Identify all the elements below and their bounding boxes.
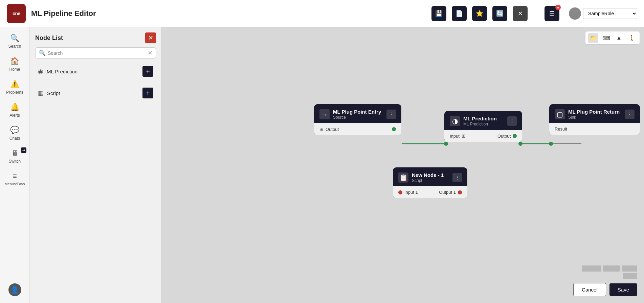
menu-notification-button[interactable]: ☰ ★ [545, 6, 559, 21]
svg-point-4 [549, 142, 553, 146]
home-icon: 🏠 [10, 57, 19, 66]
warning-icon: ⚠️ [10, 80, 19, 89]
node-list-item-ml-prediction: ◉ ML Prediction + [35, 63, 156, 80]
notification-badge: ★ [555, 5, 561, 10]
node-entry[interactable]: → ML Plug Point Entry Source ⋮ ⊞ Output [314, 104, 401, 135]
ml-pred-node-menu-button[interactable]: ⋮ [507, 116, 517, 126]
canvas-folder-button[interactable]: 📁 [588, 33, 598, 43]
export-toolbar-button[interactable]: 📄 [452, 6, 467, 21]
sidebar-item-profile[interactable]: 👤 [1, 280, 28, 300]
add-script-button[interactable]: + [142, 88, 153, 98]
entry-output-dot[interactable] [392, 127, 396, 131]
action-bar: Cancel Save [573, 283, 637, 296]
close-panel-button[interactable]: ✕ [145, 32, 156, 43]
profile-avatar: 👤 [8, 283, 21, 296]
return-node-subtitle: Sink [568, 115, 620, 120]
sidebar-item-menus[interactable]: ≡ Menus/Favs [1, 168, 28, 189]
script-node-subtitle: Script [412, 178, 444, 183]
ml-pred-node-title: ML Prediction [463, 116, 497, 122]
script-node-menu-button[interactable]: ⋮ [452, 173, 462, 182]
return-node-menu-button[interactable]: ⋮ [625, 110, 635, 119]
cancel-button[interactable]: Cancel [573, 283, 606, 296]
script-icon: ▦ [38, 89, 44, 97]
minimap-block-3 [622, 265, 637, 272]
node-list-header: Node List ✕ [35, 32, 156, 43]
sidebar-item-switch[interactable]: 🖥 Switch ⇄ [1, 145, 28, 167]
node-list-title: Node List [35, 34, 63, 42]
sidebar-item-problems[interactable]: ⚠️ Problems [1, 76, 28, 98]
favorite-toolbar-button[interactable]: ⭐ [472, 6, 487, 21]
app-logo: one [7, 4, 26, 23]
node-list-item-script: ▦ Script + [35, 84, 156, 102]
entry-node-subtitle: Source [333, 115, 381, 120]
node-list-panel: Node List ✕ 🔍 ✕ ◉ ML Prediction + ▦ Scri… [30, 27, 162, 303]
script-node-icon: 📋 [398, 172, 408, 183]
refresh-toolbar-button[interactable]: 🔄 [492, 6, 507, 21]
sidebar-item-search[interactable]: 🔍 Search [1, 30, 28, 52]
search-clear-icon[interactable]: ✕ [148, 50, 152, 56]
script-input-port: Input 1 [398, 190, 418, 195]
script-node-title: New Node - 1 [412, 172, 444, 178]
ml-prediction-icon: ◉ [38, 68, 43, 75]
connections-svg [162, 27, 644, 303]
node-return[interactable]: ▢ ML Plug Point Return Sink ⋮ Result [549, 104, 640, 135]
minimap [582, 265, 637, 279]
canvas-terminal-button[interactable]: ⌨ [601, 33, 611, 43]
menu-grid-icon: ≡ [13, 172, 17, 181]
search-input[interactable] [48, 50, 146, 56]
canvas-toolbar: 📁 ⌨ ▲ 🚶 [585, 31, 640, 45]
sidebar-item-alerts[interactable]: 🔔 Alerts [1, 99, 28, 121]
main-layout: 🔍 Search 🏠 Home ⚠️ Problems 🔔 Alerts 💬 C… [0, 27, 644, 303]
node-ml-prediction[interactable]: ◑ ML Prediction ML Prediction ⋮ Input ⊞ … [444, 111, 522, 142]
svg-point-1 [444, 142, 448, 146]
close-toolbar-button[interactable]: ✕ [513, 6, 528, 21]
canvas-area[interactable]: 📁 ⌨ ▲ 🚶 → ML Plug Point Entry Source [162, 27, 644, 303]
grid-icon: ⊞ [319, 126, 324, 132]
role-dropdown[interactable]: SampleRole [583, 8, 637, 19]
top-bar: one ML Pipeline Editor 💾 📄 ⭐ 🔄 ✕ ☰ ★ Sam… [0, 0, 644, 27]
search-icon: 🔍 [10, 34, 19, 43]
minimap-block-2 [603, 265, 620, 272]
ml-pred-output-dot[interactable] [513, 134, 517, 138]
script-output-dot[interactable] [458, 190, 462, 194]
node-script[interactable]: 📋 New Node - 1 Script ⋮ Input 1 Output 1 [393, 167, 467, 198]
ml-pred-input-port: Input ⊞ [450, 133, 466, 139]
entry-node-menu-button[interactable]: ⋮ [386, 110, 396, 119]
grid-icon-2: ⊞ [462, 133, 466, 139]
save-button[interactable]: Save [609, 283, 637, 296]
chat-icon: 💬 [10, 126, 19, 135]
save-toolbar-button[interactable]: 💾 [431, 6, 446, 21]
sidebar-item-chats[interactable]: 💬 Chats [1, 122, 28, 144]
script-input-dot[interactable] [398, 190, 402, 194]
entry-node-icon: → [319, 109, 330, 119]
entry-output-port: ⊞ Output [319, 126, 339, 132]
minimap-block-1 [582, 265, 601, 272]
search-box: 🔍 ✕ [35, 47, 156, 59]
canvas-person-button[interactable]: 🚶 [627, 33, 637, 43]
return-node-title: ML Plug Point Return [568, 109, 620, 115]
add-ml-prediction-button[interactable]: + [142, 66, 153, 77]
svg-point-3 [518, 142, 523, 146]
page-title: ML Pipeline Editor [31, 9, 96, 18]
switch-badge: ⇄ [21, 147, 26, 153]
ml-pred-node-subtitle: ML Prediction [463, 122, 497, 126]
return-node-icon: ▢ [555, 109, 565, 119]
switch-icon: 🖥 [11, 149, 19, 158]
minimap-block-4 [623, 273, 637, 279]
ml-pred-node-icon: ◑ [450, 116, 460, 126]
script-output-port: Output 1 [439, 190, 462, 195]
ml-pred-output-port: Output [497, 134, 517, 139]
entry-node-title: ML Plug Point Entry [333, 109, 381, 115]
sidebar-item-home[interactable]: 🏠 Home [1, 53, 28, 75]
avatar [569, 7, 581, 20]
bell-icon: 🔔 [10, 103, 19, 112]
search-box-icon: 🔍 [39, 50, 46, 56]
canvas-triangle-button[interactable]: ▲ [614, 33, 624, 43]
nav-sidebar: 🔍 Search 🏠 Home ⚠️ Problems 🔔 Alerts 💬 C… [0, 27, 30, 303]
menu-icon: ☰ [549, 10, 555, 17]
role-selector: SampleRole [569, 7, 637, 20]
